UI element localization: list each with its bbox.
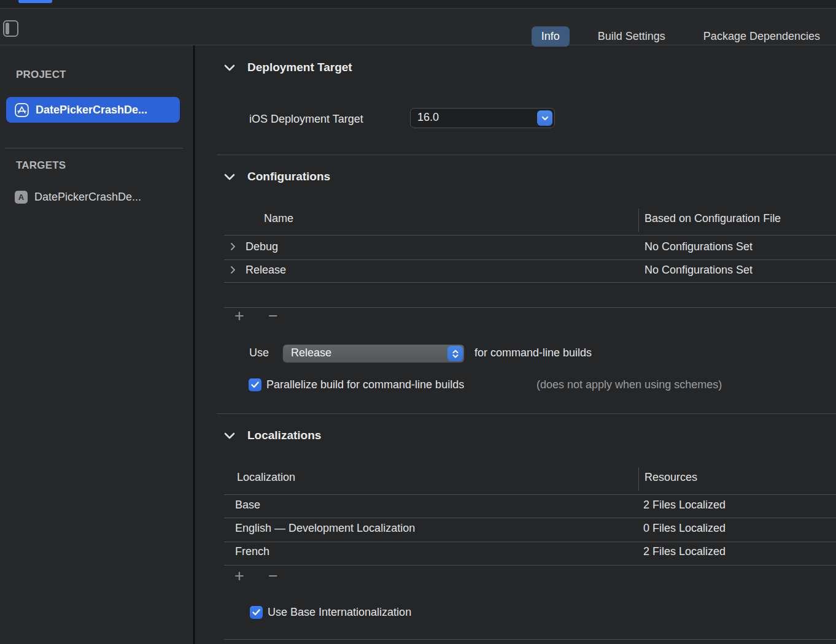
parallelize-note: (does not apply when using schemes) (536, 378, 722, 391)
table-line (224, 518, 836, 518)
tab-info[interactable]: Info (532, 26, 570, 47)
config-row-name[interactable]: Release (246, 264, 286, 277)
editor-tab-bar: Info Build Settings Package Dependencies (532, 25, 830, 48)
chevron-down-icon (224, 432, 235, 439)
deployment-collapse-button[interactable] (224, 64, 235, 73)
section-title-localizations: Localizations (247, 429, 321, 442)
use-suffix-label: for command-line builds (474, 347, 592, 359)
chevron-down-icon (541, 116, 549, 121)
command-line-config-select[interactable]: Release (282, 344, 465, 363)
sidebar-item-label: DatePickerCrashDe... (34, 191, 141, 204)
table-bottom-line (224, 307, 836, 308)
next-section-line (224, 639, 836, 640)
localization-row-resources[interactable]: 2 Files Localized (643, 499, 726, 512)
localization-row-resources[interactable]: 2 Files Localized (643, 545, 726, 558)
app-project-icon (15, 103, 29, 117)
popup-button (447, 346, 463, 361)
sidebar-divider (5, 148, 183, 148)
chevron-down-icon (224, 64, 235, 71)
disclosure-right-icon[interactable] (230, 242, 236, 253)
use-label: Use (249, 347, 269, 359)
ios-deployment-target-select[interactable]: 16.0 (410, 108, 555, 128)
table-line (224, 542, 836, 542)
localization-row-resources[interactable]: 0 Files Localized (643, 522, 726, 535)
checkmark-icon (252, 609, 260, 616)
tab-package-dependencies[interactable]: Package Dependencies (694, 26, 830, 47)
localizations-collapse-button[interactable] (224, 432, 235, 441)
use-base-internationalization-checkbox[interactable] (250, 606, 263, 619)
remove-configuration-button[interactable]: − (268, 309, 278, 323)
column-header-resources[interactable]: Resources (644, 471, 697, 484)
localization-row-name[interactable]: Base (235, 499, 260, 512)
tab-accent-fragment (18, 0, 52, 3)
project-info-pane: Deployment Target iOS Deployment Target … (195, 45, 836, 644)
section-separator (217, 413, 836, 414)
column-divider[interactable] (638, 467, 639, 491)
selected-value: 16.0 (417, 111, 439, 124)
editor-toolbar: Info Build Settings Package Dependencies (0, 9, 836, 45)
column-header-name[interactable]: Name (264, 212, 293, 225)
add-configuration-button[interactable]: + (234, 309, 244, 323)
app-target-icon: A (15, 191, 28, 204)
column-divider[interactable] (638, 209, 639, 232)
sidebar-panel-icon (3, 20, 18, 37)
configurations-collapse-button[interactable] (224, 173, 235, 182)
sidebar-item-label: DatePickerCrashDe... (36, 104, 147, 117)
remove-localization-button[interactable]: − (268, 569, 278, 583)
table-line (224, 494, 836, 495)
add-localization-button[interactable]: + (234, 569, 244, 583)
checkmark-icon (251, 381, 259, 388)
section-title-configurations: Configurations (247, 170, 330, 183)
project-sidebar: PROJECT DatePickerCrashDe... TARGETS A D… (0, 45, 193, 644)
use-base-internationalization-label: Use Base Internationalization (268, 606, 411, 619)
section-separator (217, 155, 836, 155)
config-row-name[interactable]: Debug (246, 240, 278, 253)
parallelize-checkbox[interactable] (249, 378, 261, 391)
config-row-based-on[interactable]: No Configurations Set (644, 264, 753, 277)
xcode-project-editor: Info Build Settings Package Dependencies… (0, 0, 836, 644)
column-header-based-on[interactable]: Based on Configuration File (644, 212, 781, 225)
editor-tab-strip (0, 0, 836, 9)
chevrons-up-down-icon (452, 349, 459, 359)
project-section-header: PROJECT (16, 69, 66, 81)
targets-section-header: TARGETS (16, 159, 66, 172)
disclosure-right-icon[interactable] (230, 266, 236, 276)
table-line (224, 282, 836, 283)
sidebar-item-project[interactable]: DatePickerCrashDe... (6, 97, 180, 123)
table-bottom-line (224, 565, 836, 565)
localization-row-name[interactable]: French (235, 545, 269, 558)
config-row-based-on[interactable]: No Configurations Set (644, 240, 753, 253)
ios-deployment-target-label: iOS Deployment Target (249, 113, 363, 126)
localization-row-name[interactable]: English — Development Localization (235, 522, 415, 535)
column-header-localization[interactable]: Localization (237, 471, 295, 484)
table-line (224, 235, 836, 236)
chevron-down-icon (224, 174, 235, 180)
combo-button (537, 110, 552, 126)
sidebar-item-target[interactable]: A DatePickerCrashDe... (15, 191, 141, 204)
selected-value: Release (291, 347, 331, 359)
section-title-deployment: Deployment Target (247, 61, 352, 74)
parallelize-label: Parallelize build for command-line build… (266, 378, 464, 391)
tab-build-settings[interactable]: Build Settings (588, 26, 675, 47)
table-line (224, 259, 836, 260)
toggle-inspector-button[interactable] (3, 20, 19, 37)
